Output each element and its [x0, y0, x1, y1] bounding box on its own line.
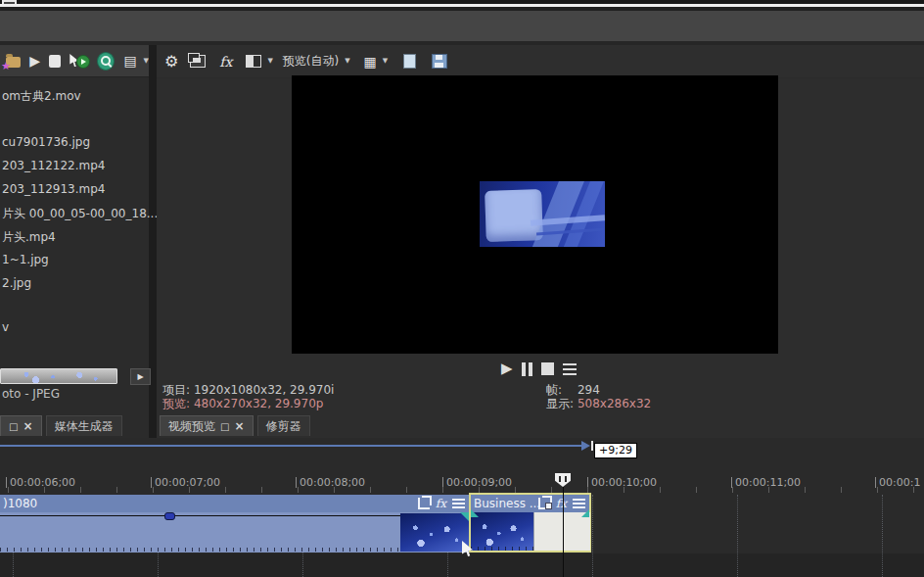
close-icon[interactable]: × — [234, 419, 244, 433]
media-tabbar: □ × 媒体生成器 — [0, 415, 122, 436]
file-item[interactable]: 片头.mp4 — [2, 229, 56, 246]
video-fx-icon[interactable]: fx — [219, 55, 232, 69]
copy-snapshot-icon[interactable] — [403, 54, 416, 69]
fade-out-handle-icon[interactable] — [460, 512, 469, 521]
preview-label: 预览: — [162, 397, 190, 410]
media-info-status: oto - JPEG — [2, 387, 60, 401]
import-media-icon[interactable]: ★ — [6, 57, 21, 68]
display-label: 显示: — [546, 397, 574, 410]
float-window-icon[interactable]: □ — [220, 421, 229, 432]
preview-info-left: 项目: 1920x1080x32, 29.970i 预览: 480x270x32… — [162, 383, 334, 410]
frame-art — [485, 189, 543, 242]
preview-quality-label[interactable]: 预览(自动) — [283, 53, 339, 70]
event-header[interactable]: Business ... fx — [471, 495, 589, 512]
video-canvas[interactable] — [292, 75, 778, 354]
file-item[interactable]: 1~1.jpg — [2, 253, 49, 266]
file-item[interactable]: cu7901736.jpg — [2, 135, 90, 149]
transport-menu-icon[interactable] — [563, 363, 577, 375]
playhead-line — [563, 487, 564, 577]
drag-offset-tooltip: +9;29 — [594, 443, 637, 458]
preview-info-right: 帧: 294 显示: 508x286x32 — [546, 383, 651, 410]
event-thumbnail — [400, 513, 469, 552]
file-item[interactable]: 片头 00_00_05-00_00_18... — [2, 206, 158, 222]
project-properties-gear-icon[interactable]: ⚙ — [164, 54, 178, 70]
event-menu-icon[interactable] — [452, 499, 465, 509]
preview-frame — [480, 181, 605, 247]
tab-trimmer[interactable]: 修剪器 — [257, 415, 310, 436]
close-icon[interactable]: × — [23, 419, 32, 433]
envelope-point[interactable] — [164, 512, 175, 520]
import-star-icon: ★ — [1, 60, 11, 72]
frame-value: 294 — [578, 383, 600, 397]
tab-label: 视频预览 — [168, 418, 215, 435]
event-header[interactable]: )1080 fx — [0, 495, 469, 512]
event-fx-icon[interactable]: fx — [436, 498, 446, 509]
file-item[interactable]: om古典2.mov — [2, 88, 81, 105]
drag-end-tick — [591, 441, 593, 451]
project-value: 1920x1080x32, 29.970i — [194, 383, 335, 397]
pan-crop-icon[interactable] — [418, 498, 430, 509]
play-ring-icon — [76, 55, 90, 69]
event-buttons: fx — [538, 497, 585, 510]
media-bin-toolbar: ★ ▶ ▤ ▼ — [0, 45, 149, 77]
pan-crop-keyframe-icon[interactable] — [538, 498, 550, 509]
media-panel: om古典2.mov cu7901736.jpg 203_112122.mp4 2… — [0, 78, 149, 438]
safe-area-dropdown-icon[interactable]: ▼ — [383, 58, 388, 65]
tab-media-generator[interactable]: 媒体生成器 — [46, 415, 122, 436]
event-label: )1080 — [3, 497, 37, 510]
fade-in-handle-icon[interactable] — [471, 509, 479, 517]
ruler-ticks — [8, 487, 924, 493]
film-ticks — [471, 547, 533, 551]
auto-preview-icon[interactable] — [69, 53, 88, 69]
play-button[interactable]: ▶ — [501, 361, 513, 376]
event-menu-icon[interactable] — [573, 499, 585, 509]
gridline — [592, 495, 593, 577]
event-body[interactable] — [0, 512, 469, 553]
tab-video-preview[interactable]: 视频预览 □ × — [160, 415, 254, 436]
stop-media-icon[interactable] — [49, 55, 61, 68]
gridline — [882, 495, 883, 577]
video-preview-panel: ▶ 项目: 1920x1080x32, 29.970i 预览: 480x270x… — [157, 78, 924, 438]
frame-label: 帧: — [546, 383, 562, 397]
media-horizontal-scrollbar[interactable]: ▶ — [0, 368, 149, 384]
tab-label: 修剪器 — [266, 418, 301, 435]
play-media-icon[interactable]: ▶ — [29, 54, 40, 68]
scrollbar-thumb[interactable] — [0, 368, 117, 384]
file-item[interactable]: 203_112913.mp4 — [2, 182, 105, 196]
gridline — [737, 495, 738, 577]
file-item[interactable]: 2.jpg — [2, 276, 31, 290]
tab-label: 媒体生成器 — [55, 418, 114, 435]
safe-area-grid-icon[interactable]: ▦ — [364, 55, 377, 69]
drag-offset-arrow — [0, 445, 581, 447]
file-item[interactable]: 203_112122.mp4 — [2, 159, 105, 172]
file-item[interactable]: v — [2, 320, 9, 334]
event-fx-icon[interactable]: fx — [556, 498, 567, 509]
main-toolbar — [0, 11, 924, 45]
event-thumbnail — [471, 512, 533, 551]
save-snapshot-icon[interactable] — [432, 54, 447, 69]
opacity-envelope-line[interactable] — [0, 515, 469, 516]
event-label: Business ... — [474, 497, 540, 510]
tab-project-media-partial[interactable]: □ × — [0, 415, 42, 436]
preview-tabbar: 视频预览 □ × 修剪器 — [160, 415, 310, 436]
timeline[interactable]: +9;29 00:00:06;00 00:00:07;00 00:00:08;0… — [0, 438, 924, 577]
split-screen-icon[interactable] — [246, 55, 261, 68]
preview-toolbar: ⚙ fx ▼ 预览(自动) ▼ ▦ ▼ — [157, 45, 924, 77]
float-window-icon[interactable]: □ — [9, 421, 18, 432]
stop-button[interactable] — [541, 362, 554, 375]
fade-out-handle-icon[interactable] — [581, 509, 589, 517]
project-label: 项目: — [162, 383, 190, 397]
preview-quality-dropdown-icon[interactable]: ▼ — [345, 58, 349, 65]
video-event-1[interactable]: )1080 fx — [0, 495, 469, 553]
event-buttons: fx — [418, 497, 465, 510]
display-value: 508x286x32 — [578, 397, 651, 410]
split-screen-dropdown-icon[interactable]: ▼ — [267, 58, 272, 65]
capture-image-icon[interactable] — [97, 52, 115, 71]
views-grid-icon[interactable]: ▤ — [123, 54, 136, 68]
video-event-2-selected[interactable]: Business ... fx — [469, 493, 591, 553]
pause-button[interactable] — [522, 362, 532, 376]
scrollbar-right-icon[interactable]: ▶ — [130, 368, 151, 385]
external-monitor-icon[interactable] — [190, 55, 206, 68]
track-background[interactable] — [0, 553, 924, 577]
event-empty-tail[interactable] — [533, 512, 590, 551]
